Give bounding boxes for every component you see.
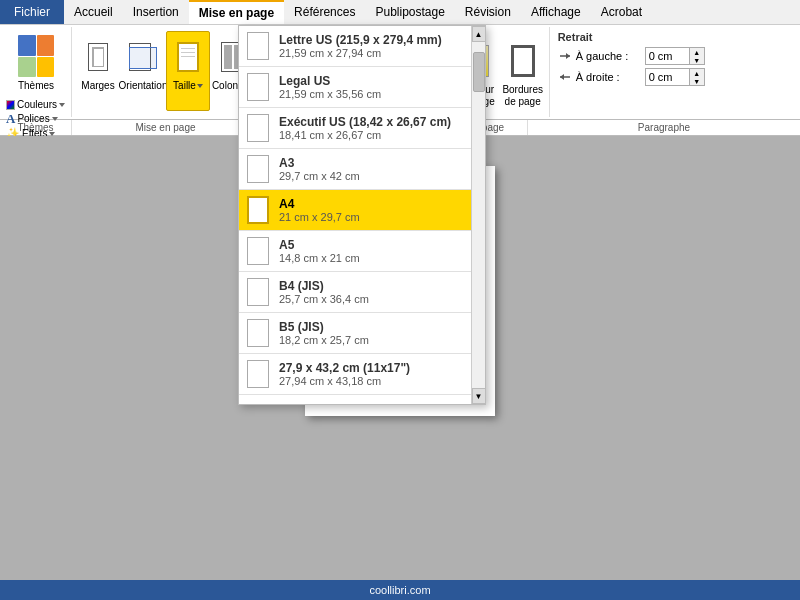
marges-button[interactable]: Marges	[76, 31, 120, 111]
retrait-droite-input[interactable]: ▲ ▼	[645, 68, 705, 86]
svg-marker-6	[560, 74, 564, 80]
themes-label: Thèmes	[18, 80, 54, 91]
size-list: Lettre US (215,9 x 279,4 mm) 21,59 cm x …	[239, 26, 471, 404]
retrait-droite-up[interactable]: ▲	[690, 69, 704, 77]
page-thumb-legal	[247, 73, 269, 101]
size-a3[interactable]: A3 29,7 cm x 42 cm	[239, 149, 471, 189]
size-enveloppe10[interactable]: Enveloppe US n° 10 10,48 cm x 24,13 cm	[239, 395, 471, 404]
statusbar: coollibri.com	[0, 580, 800, 600]
paragraphe-group-label: Paragraphe	[528, 120, 800, 135]
themes-button[interactable]: Thèmes	[4, 30, 68, 96]
menubar: Fichier Accueil Insertion Mise en page R…	[0, 0, 800, 25]
menu-revision[interactable]: Révision	[455, 0, 521, 24]
size-b4jis[interactable]: B4 (JIS) 25,7 cm x 36,4 cm	[239, 272, 471, 312]
page-setup-group: Marges Orientation	[72, 27, 260, 117]
retrait-droite-down[interactable]: ▼	[690, 77, 704, 85]
scroll-thumb[interactable]	[473, 52, 485, 92]
retrait-gauche-up[interactable]: ▲	[690, 48, 704, 56]
fonts-button[interactable]: A Polices	[4, 111, 67, 126]
page-thumb-27x43	[247, 360, 269, 388]
size-executif[interactable]: Exécutif US (18,42 x 26,67 cm) 18,41 cm …	[239, 108, 471, 148]
themes-group: Thèmes Couleurs A Polices ✨ Effets	[0, 27, 72, 117]
orientation-button[interactable]: Orientation	[121, 31, 165, 111]
menu-publipostage[interactable]: Publipostage	[365, 0, 454, 24]
menu-affichage[interactable]: Affichage	[521, 0, 591, 24]
menu-references[interactable]: Références	[284, 0, 365, 24]
dropdown-scrollbar[interactable]: ▲ ▼	[471, 26, 485, 404]
page-thumb-a4	[247, 196, 269, 224]
svg-marker-4	[566, 53, 570, 59]
retrait-gauche-down[interactable]: ▼	[690, 56, 704, 64]
menu-acrobat[interactable]: Acrobat	[591, 0, 652, 24]
retrait-droite-field[interactable]	[646, 69, 689, 85]
page-thumb-lettre	[247, 32, 269, 60]
size-27x43[interactable]: 27,9 x 43,2 cm (11x17") 27,94 cm x 43,18…	[239, 354, 471, 394]
scroll-track	[472, 42, 485, 388]
page-thumb-b4jis	[247, 278, 269, 306]
retrait-group: Retrait À gauche : ▲ ▼ À droit	[550, 27, 713, 117]
menu-mise-en-page[interactable]: Mise en page	[189, 0, 284, 24]
colors-button[interactable]: Couleurs	[4, 98, 67, 111]
page-thumb-b5jis	[247, 319, 269, 347]
menu-accueil[interactable]: Accueil	[64, 0, 123, 24]
size-lettre[interactable]: Lettre US (215,9 x 279,4 mm) 21,59 cm x …	[239, 26, 471, 66]
size-legal[interactable]: Legal US 21,59 cm x 35,56 cm	[239, 67, 471, 107]
taille-button[interactable]: Taille	[166, 31, 210, 111]
page-thumb-a5	[247, 237, 269, 265]
scroll-down-arrow[interactable]: ▼	[472, 388, 486, 404]
menu-fichier[interactable]: Fichier	[0, 0, 64, 24]
retrait-gauche-field[interactable]	[646, 48, 689, 64]
size-a5[interactable]: A5 14,8 cm x 21 cm	[239, 231, 471, 271]
size-a4[interactable]: A4 21 cm x 29,7 cm	[239, 190, 471, 230]
menu-insertion[interactable]: Insertion	[123, 0, 189, 24]
page-thumb-a3	[247, 155, 269, 183]
taille-dropdown: Lettre US (215,9 x 279,4 mm) 21,59 cm x …	[238, 25, 486, 405]
scroll-up-arrow[interactable]: ▲	[472, 26, 486, 42]
page-setup-group-label: Mise en page	[72, 120, 260, 135]
page-thumb-executif	[247, 114, 269, 142]
retrait-gauche-input[interactable]: ▲ ▼	[645, 47, 705, 65]
size-b5jis[interactable]: B5 (JIS) 18,2 cm x 25,7 cm	[239, 313, 471, 353]
bordures-page-button[interactable]: Bordures de page	[501, 35, 545, 115]
